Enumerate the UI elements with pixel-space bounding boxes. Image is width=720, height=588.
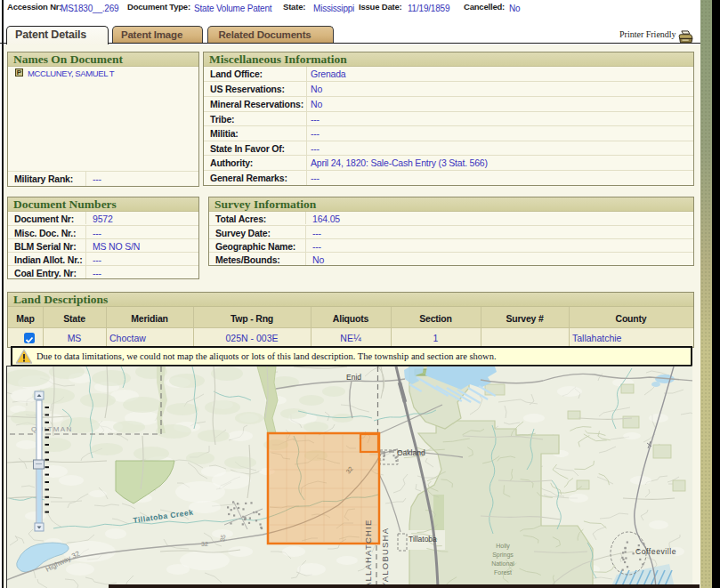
svg-text:Enid: Enid	[346, 373, 361, 382]
svg-text:Tillatoba: Tillatoba	[409, 535, 437, 544]
svg-text:Holly: Holly	[496, 543, 510, 550]
svg-text:32: 32	[201, 541, 208, 547]
svg-text:Springs: Springs	[492, 552, 514, 559]
svg-text:National: National	[491, 560, 514, 567]
svg-text:Oakland: Oakland	[397, 448, 425, 457]
svg-text:35: 35	[219, 534, 226, 542]
svg-text:YALOBUSHA: YALOBUSHA	[380, 528, 390, 588]
svg-text:ALLAHATCHIE: ALLAHATCHIE	[363, 520, 373, 588]
svg-text:Forest: Forest	[494, 569, 512, 576]
svg-text:Coffeeville: Coffeeville	[635, 547, 676, 556]
